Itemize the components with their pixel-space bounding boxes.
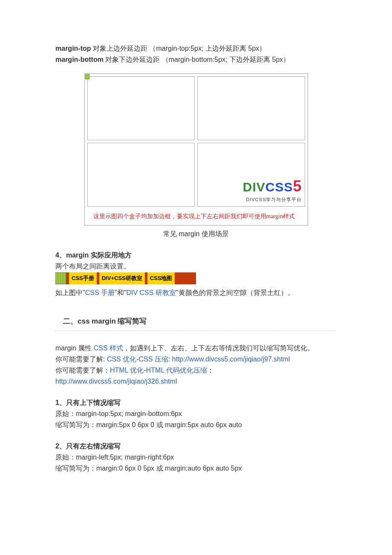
margin-top-desc: 对象上边外延边距 （margin-top:5px; 上边外延距离 5px）	[91, 45, 266, 52]
figure-red-caption: 这里示图四个盒子均加加边框，要实现上下左右间距我们即可使用margin样式	[85, 209, 308, 225]
link-css-manual[interactable]: CSS 手册	[85, 289, 115, 296]
margin-top-line: margin-top 对象上边外延边距 （margin-top:5px; 上边外…	[55, 43, 337, 54]
nav-example-image: CSS手册 DIV+CSS研教室 CSS地图	[55, 272, 196, 284]
link-css-optimize[interactable]: CSS 优化	[107, 356, 136, 363]
logo-div: DIV	[243, 180, 265, 194]
section4-after: 如上图中"CSS 手册"和"DIV CSS 研教室"黄颜色的背景之间空隙（背景土…	[55, 288, 337, 298]
figure-margin-boxes: DIVCSS5 DIVCSS学习与分享平台 这里示图四个盒子均加加边框，要实现上…	[84, 73, 308, 225]
section-2-wrap: 二、css margin 缩写简写	[55, 315, 337, 331]
text-mid1: "和"	[115, 289, 126, 296]
link-css-style[interactable]: CSS 样式	[94, 344, 123, 352]
link-html-compress[interactable]: HTML 代码优化压缩	[146, 367, 207, 374]
nav-icon	[55, 272, 66, 284]
margin-bottom-term: margin-bottom	[55, 56, 104, 63]
figure-box-3	[87, 143, 195, 207]
link-url-j97[interactable]: http://www.divcss5.com/jiqiao/j97.shtml	[172, 356, 290, 363]
logo-css: CSS	[265, 180, 293, 194]
heading-section-4: 4、margin 实际应用地方	[55, 250, 337, 260]
nav-tab-css-map: CSS地图	[147, 272, 175, 284]
link-url-j326[interactable]: http://www.divcss5.com/jiqiao/j326.shtml	[55, 378, 177, 385]
logo-5: 5	[293, 177, 302, 195]
logo-subtitle: DIVCSS学习与分享平台	[243, 196, 302, 203]
para3-line1: margin 属性 CSS 样式，如遇到上下、左右、上下左右等情况我们可以缩写简…	[55, 343, 337, 353]
section-divider	[55, 330, 337, 331]
text-pre: 如上图中"	[55, 289, 85, 296]
figure-caption: 常见 margin 使用场景	[55, 229, 337, 239]
margin-top-term: margin-top	[55, 45, 91, 52]
sub2-l2: 缩写简写为：margin:0 6px 0 5px 或 margin:auto 6…	[55, 463, 337, 474]
para3-line4: http://www.divcss5.com/jiqiao/j326.shtml	[55, 376, 337, 387]
sub2-l1: 原始：margin-left:5px; margin-right:6px	[55, 452, 337, 462]
divcss5-logo: DIVCSS5 DIVCSS学习与分享平台	[243, 175, 302, 203]
section4-line1: 两个布局之间距离设置。	[55, 261, 337, 272]
heading-section-2: 二、css margin 缩写简写	[55, 315, 337, 330]
link-html-optimize[interactable]: HTML 优化	[110, 367, 144, 374]
heading-sub2: 2、只有左右情况缩写	[55, 441, 337, 451]
nav-tab-css-manual: CSS手册	[69, 272, 97, 284]
nav-tab-divcss-classroom: DIV+CSS研教室	[99, 272, 145, 284]
sub1-l2: 缩写简写为：margin:5px 0 6px 0 或 margin:5px au…	[55, 420, 337, 430]
para3-line2: 你可能需要了解: CSS 优化-CSS 压缩: http://www.divcs…	[55, 354, 337, 364]
figure-box-2	[197, 76, 305, 140]
margin-bottom-line: margin-bottom 对象下边外延边距 （margin-bottom:5p…	[55, 55, 337, 65]
figure-box-1	[87, 76, 195, 140]
link-css-compress[interactable]: CSS 压缩	[139, 356, 168, 363]
para3-line3: 你可能需要了解：HTML 优化-HTML 代码优化压缩：	[55, 365, 337, 376]
heading-sub1: 1、只有上下情况缩写	[55, 398, 337, 408]
link-divcss-classroom[interactable]: DIV CSS 研教室	[126, 289, 176, 296]
figure-grid: DIVCSS5 DIVCSS学习与分享平台	[85, 74, 308, 209]
margin-bottom-desc: 对象下边外延边距 （margin-bottom:5px; 下边外延距离 5px）	[104, 56, 290, 63]
sub1-l1: 原始：margin-top:5px; margin-bottom:6px	[55, 409, 337, 419]
text-post: "黄颜色的背景之间空隙（背景土红）。	[176, 289, 294, 296]
figure-box-4: DIVCSS5 DIVCSS学习与分享平台	[197, 143, 305, 207]
